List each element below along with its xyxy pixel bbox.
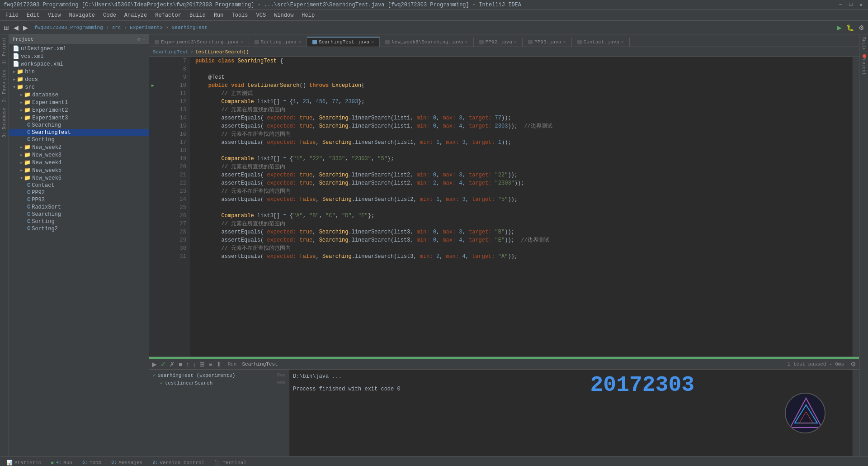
tree-item-new-week2[interactable]: ▸📁New_week2 <box>9 143 149 151</box>
menu-item-window[interactable]: Window <box>270 11 297 19</box>
editor-content: ▶ 78910111213141516171819202122232425262… <box>149 57 859 357</box>
tree-item-experiment3[interactable]: ▾📁Experiment3 <box>9 114 149 122</box>
run-settings-btn[interactable]: ⚙ <box>849 360 857 369</box>
run-button[interactable]: ▶ <box>835 23 844 32</box>
tab-close-0[interactable]: ✕ <box>241 39 243 45</box>
run-marker-icon[interactable]: ▶ <box>151 83 154 88</box>
tree-item-database[interactable]: ▸📁database <box>9 91 149 99</box>
run-tree-root[interactable]: ✓ SearhingTest (Experiment3) 0ms <box>151 371 287 379</box>
tab-close-3[interactable]: ✕ <box>465 39 468 45</box>
breadcrumb-src: src <box>112 25 121 30</box>
project-right-tab[interactable]: Project <box>860 53 867 78</box>
run-bottom-tab[interactable]: ▶ 4: Run <box>47 459 76 466</box>
menu-item-navigate[interactable]: Navigate <box>65 11 99 19</box>
toolbar-forward-btn[interactable]: ▶ <box>21 23 30 32</box>
tree-item-searching[interactable]: CSearching <box>9 211 149 218</box>
tree-item-label: vcs.xml <box>21 53 43 60</box>
tab-label-6: Contact.java <box>584 39 619 45</box>
tree-item-label: Experiment2 <box>32 107 68 114</box>
run-fail-btn[interactable]: ✗ <box>169 360 176 369</box>
gutter-16 <box>149 130 156 138</box>
code-line-24: assertEquals( expected: false, Searching… <box>193 195 849 204</box>
folder-icon: 📁 <box>24 175 31 181</box>
menu-item-file[interactable]: File <box>2 11 22 19</box>
settings-button[interactable]: ⚙ <box>857 23 866 32</box>
run-prev-btn[interactable]: ↑ <box>185 360 190 369</box>
tab-icon-4 <box>479 40 484 44</box>
project-tab[interactable]: 1: Project <box>0 34 9 67</box>
tree-item-docs[interactable]: ▸📁docs <box>9 76 149 83</box>
tree-item-new-week6[interactable]: ▾📁New_week6 <box>9 174 149 182</box>
messages-tab[interactable]: 0: Messages <box>107 459 147 466</box>
tree-item-searhingtest[interactable]: CSearhingTest <box>9 129 149 136</box>
tab-close-1[interactable]: ✕ <box>298 39 301 45</box>
favorites-tab[interactable]: 2: Favorites <box>0 67 9 105</box>
menu-item-build[interactable]: Build <box>186 11 209 19</box>
menu-item-refactor[interactable]: Refactor <box>151 11 185 19</box>
menu-item-analyze[interactable]: Analyze <box>121 11 151 19</box>
tree-item-pp92[interactable]: CPP92 <box>9 189 149 196</box>
tab-close-6[interactable]: ✕ <box>621 39 624 45</box>
maximize-button[interactable]: □ <box>848 2 854 8</box>
run-next-btn[interactable]: ↓ <box>192 360 197 369</box>
menu-item-edit[interactable]: Edit <box>23 11 43 19</box>
editor-tab-6[interactable]: Contact.java✕ <box>572 38 630 47</box>
run-stop-btn[interactable]: ■ <box>178 360 183 369</box>
folder-arrow-icon: ▸ <box>20 167 23 174</box>
tree-item-experiment1[interactable]: ▸📁Experiment1 <box>9 99 149 106</box>
build-tab[interactable]: Build <box>860 34 867 53</box>
tree-item-pp93[interactable]: CPP93 <box>9 196 149 204</box>
code-editor[interactable]: public class SearhingTest { @Test public… <box>190 57 853 357</box>
tree-item-vcs-xml[interactable]: 📄vcs.xml <box>9 52 149 60</box>
run-collapse-btn[interactable]: ≡ <box>208 360 213 369</box>
tree-item-sorting[interactable]: CSorting <box>9 218 149 225</box>
tab-close-5[interactable]: ✕ <box>563 39 566 45</box>
tree-item-uidesigner-xml[interactable]: 📄uiDesigner.xml <box>9 45 149 52</box>
tree-item-new-week4[interactable]: ▸📁New_week4 <box>9 159 149 166</box>
menu-item-view[interactable]: View <box>44 11 65 19</box>
editor-tab-3[interactable]: New_week6\Searching.java✕ <box>380 38 473 47</box>
tab-close-4[interactable]: ✕ <box>514 39 517 45</box>
terminal-tab[interactable]: ⬛ Terminal <box>210 459 251 466</box>
tree-item-sorting2[interactable]: CSorting2 <box>9 225 149 233</box>
editor-tab-2[interactable]: SearhingTest.java✕ <box>307 37 380 47</box>
project-collapse-icon[interactable]: — <box>142 36 145 42</box>
run-tree-method[interactable]: ✓ testlinearSearch 0ms <box>151 379 287 387</box>
run-pass-btn[interactable]: ✓ <box>160 360 167 369</box>
gutter-12 <box>149 98 156 106</box>
tree-item-radixsort[interactable]: CRadixSort <box>9 204 149 211</box>
tree-item-contact[interactable]: CContact <box>9 182 149 189</box>
menu-item-run[interactable]: Run <box>210 11 227 19</box>
tree-item-workspace-xml[interactable]: 📄workspace.xml <box>9 60 149 68</box>
editor-tab-4[interactable]: PP92.java✕ <box>474 38 523 47</box>
editor-tab-0[interactable]: Experiment3\Searching.java✕ <box>149 38 249 47</box>
tree-item-searching[interactable]: CSearching <box>9 122 149 129</box>
tree-item-experiment2[interactable]: ▸📁Experiment2 <box>9 106 149 114</box>
minimize-button[interactable]: — <box>837 2 844 8</box>
tree-item-sorting[interactable]: CSorting <box>9 136 149 143</box>
menu-item-vcs[interactable]: VCS <box>253 11 270 19</box>
toolbar-project-btn[interactable]: ⊞ <box>2 23 11 32</box>
run-export-btn[interactable]: ⬆ <box>215 360 222 369</box>
toolbar-back-btn[interactable]: ◀ <box>12 23 20 32</box>
editor-tab-1[interactable]: Sorting.java✕ <box>249 38 307 47</box>
editor-tab-5[interactable]: PP93.java✕ <box>523 38 571 47</box>
run-expand-btn[interactable]: ⊞ <box>198 360 206 369</box>
debug-button[interactable]: 🐛 <box>844 23 856 32</box>
version-control-tab[interactable]: 9: Version Control <box>148 459 209 466</box>
tab-close-2[interactable]: ✕ <box>371 39 374 45</box>
tree-item-new-week3[interactable]: ▸📁New_week3 <box>9 151 149 159</box>
run-searhing-label[interactable]: SearhingTest <box>242 361 278 367</box>
menu-item-help[interactable]: Help <box>298 11 318 19</box>
menu-item-code[interactable]: Code <box>99 11 120 19</box>
statistic-tab[interactable]: 📊 Statistic <box>2 459 46 466</box>
tree-item-src[interactable]: ▾📁src <box>9 83 149 91</box>
tree-item-new-week5[interactable]: ▸📁New_week5 <box>9 166 149 174</box>
project-settings-icon[interactable]: ⚙ <box>137 36 141 42</box>
menu-item-tools[interactable]: Tools <box>228 11 252 19</box>
tree-item-bin[interactable]: ▸📁bin <box>9 68 149 76</box>
todo-tab[interactable]: 6: TODO <box>78 459 106 466</box>
database-tab[interactable]: 3: Database <box>0 105 9 140</box>
close-button[interactable]: ✕ <box>858 2 864 8</box>
run-rerun-btn[interactable]: ▶ <box>151 360 158 369</box>
